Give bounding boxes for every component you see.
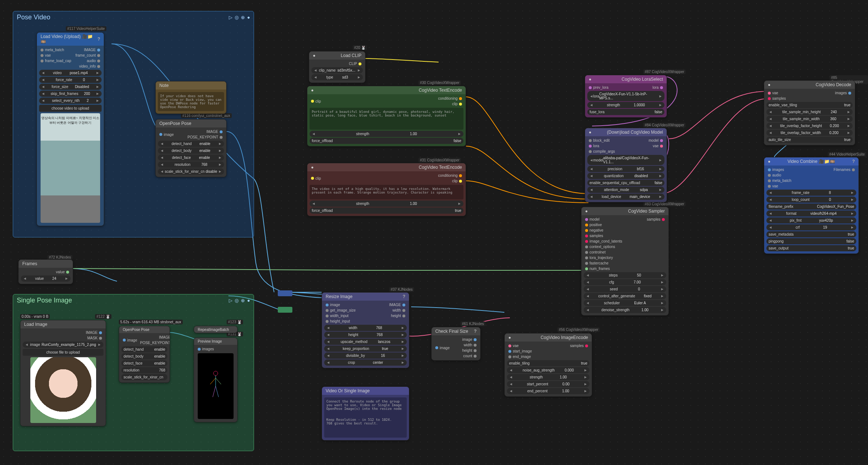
node-video-or-note[interactable]: Video Or Single Image Connect the Rerout…	[322, 386, 409, 441]
node-openpose-2[interactable]: OpenPose Pose image IMAGEPOSE_KEYPOINT d…	[119, 326, 170, 383]
node-title: CogVideo TextEncode	[419, 88, 462, 93]
tag: 5.62s - vram 616.43 MB strsbnet_aux	[119, 320, 183, 324]
tag: #87 CogVideoXWrapper	[643, 69, 686, 74]
tag: #56 CogVideoXWrapper	[557, 327, 600, 332]
image-preview	[30, 357, 96, 423]
note-text: If your video does not have side view or…	[158, 92, 224, 111]
svg-line-4	[213, 386, 216, 397]
node-decode[interactable]: ● CogVideo Decode vaesamples images enab…	[764, 80, 855, 145]
svg-line-2	[210, 378, 216, 384]
help-icon[interactable]: ?	[403, 294, 405, 299]
video-preview: 영상속의 나처럼 마에르~ 치명적인 미소부터 버릇은 어떨까 구경하기	[41, 113, 100, 223]
widget-skip-frames[interactable]: ◀skip_first_frames200▶	[39, 91, 102, 97]
note-text: Connect the Reroute node of the group yo…	[324, 397, 407, 438]
widget-force-size[interactable]: ◀force_sizeDisabled▶	[39, 84, 102, 90]
node-check-size[interactable]: Check Final Size? image imagewidthheight…	[431, 327, 481, 361]
group-title: Pose Video	[17, 14, 50, 21]
node-download-model[interactable]: ● (Down)load CogVideo Model block_editlo…	[585, 128, 667, 202]
node-image-encode[interactable]: ● CogVideo ImageEncode vaestart_imageend…	[504, 333, 592, 397]
node-sampler[interactable]: ● CogVideo Sampler model positive negati…	[581, 207, 669, 316]
widget-force-rate[interactable]: ◀force_rate0▶	[39, 77, 102, 83]
group-controls[interactable]: ▷◎⊕●	[229, 15, 250, 20]
tag: #44 VideoHelperSuite	[828, 152, 866, 157]
pose-preview	[198, 353, 234, 419]
tag: #30 CogVideoXWrapper	[418, 80, 461, 85]
tag: #117 VideoHelperSuite	[66, 26, 106, 31]
node-openpose-1[interactable]: OpenPose Pose image IMAGEPOSE_KEYPOINT ◀…	[155, 119, 227, 177]
prompt-text[interactable]: Portrait of a beautiful blond girl, dyna…	[310, 108, 463, 130]
help-icon[interactable]: ?	[474, 329, 477, 334]
node-load-image[interactable]: Load Image IMAGE MASK ◀imageRunComfy_exa…	[20, 320, 106, 426]
node-video-combine[interactable]: ● Video Combine 🎥📁🎞️? imagesaudiometa_ba…	[764, 157, 859, 254]
node-note[interactable]: Note If your video does not have side vi…	[155, 81, 227, 114]
node-title: (Down)load CogVideo Model	[607, 130, 663, 135]
choose-video-button[interactable]: choose video to upload	[39, 105, 102, 112]
widget-select-nth[interactable]: ◀select_every_nth2▶	[39, 98, 102, 104]
widget[interactable]: ◀detect_bodyenable▶	[158, 148, 224, 154]
widget[interactable]: ◀detect_faceenable▶	[158, 155, 224, 161]
node-repeat-image-batch[interactable]: RepeatImageBatch	[194, 326, 238, 333]
svg-point-0	[213, 371, 218, 376]
node-title: OpenPose Pose	[159, 121, 191, 126]
node-title: CogVideo Decode	[816, 82, 851, 87]
widget-value[interactable]: ◀value24▶	[21, 275, 71, 282]
node-title: Load CLIP	[341, 53, 361, 58]
node-load-video[interactable]: Load Video (Upload) 🎥📁🎞️? meta_batchvaef…	[37, 32, 104, 226]
tag: #37 KJNodes	[389, 287, 414, 292]
widget[interactable]: ◀detect_handenable▶	[158, 141, 224, 147]
node-title: Preview Image	[198, 339, 222, 343]
node-lora-select[interactable]: ● CogVideo LoraSelect prev_loralora ◀lor…	[585, 75, 667, 118]
node-load-clip[interactable]: ● Load CLIP CLIP ◀clip_namesd3m/t5x...▶ …	[309, 51, 365, 83]
node-title: Resize Image	[326, 294, 352, 299]
node-textencode-negative[interactable]: ● CogVideo TextEncode clip conditioningc…	[307, 163, 466, 216]
reroute[interactable]	[278, 307, 292, 313]
node-title: CogVideo TextEncode	[419, 165, 462, 170]
node-title: Load Image	[24, 322, 47, 327]
node-title: Video Combine 🎥📁🎞️	[788, 159, 835, 164]
node-frames[interactable]: Frames value ◀value24▶	[18, 259, 73, 284]
group-controls[interactable]: ▷◎⊕●	[229, 298, 250, 303]
tag: #123 🐰	[227, 320, 243, 324]
node-title: Frames	[22, 261, 37, 266]
reroute[interactable]	[278, 290, 292, 296]
node-resize-image[interactable]: Resize Image? imageget_image_sizewidth_i…	[322, 292, 409, 368]
node-title: CogVideo ImageEncode	[541, 335, 588, 340]
node-title: Check Final Size	[435, 329, 468, 334]
widget[interactable]: ◀resolution768▶	[158, 161, 224, 168]
tag: #61 KJNodes	[460, 321, 485, 326]
tag: #20 🐰	[353, 45, 367, 50]
node-title: Note	[159, 83, 168, 88]
node-title: RepeatImageBatch	[198, 328, 229, 332]
help-icon[interactable]: ?	[98, 37, 100, 42]
widget-image[interactable]: ◀imageRunComfy_example_1175_2.png▶	[23, 342, 103, 348]
help-icon[interactable]: ?	[852, 159, 855, 164]
node-title: CogVideo LoraSelect	[622, 77, 663, 82]
choose-file-button[interactable]: choose file to upload	[23, 349, 103, 356]
node-title: Video Or Single Image	[326, 388, 370, 393]
node-title: OpenPose Pose	[123, 328, 149, 332]
widget[interactable]: ◀scale_stick_for_xinsr_cndisable▶	[158, 168, 224, 175]
group-title: Single Pose Image	[17, 297, 72, 304]
node-preview-image[interactable]: Preview Image images	[194, 338, 238, 422]
tag: #31 CogVideoXWrapper	[418, 158, 461, 163]
svg-line-5	[216, 386, 219, 397]
tag: #122 🐰	[95, 314, 111, 319]
node-title: CogVideo Sampler	[628, 209, 665, 214]
node-title: Load Video (Upload) 🎥📁🎞️	[41, 34, 98, 44]
svg-line-3	[216, 378, 221, 384]
tag: 0.00s - vram 0 B	[20, 314, 50, 319]
tag: #84 CogVideoXWrapper	[643, 123, 686, 127]
prompt-text[interactable]: The video is not of a high quality, it h…	[310, 185, 463, 199]
widget-video[interactable]: ◀videopose1.mp4▶	[39, 70, 102, 76]
node-textencode-positive[interactable]: ● CogVideo TextEncode clip conditioningc…	[307, 86, 466, 146]
